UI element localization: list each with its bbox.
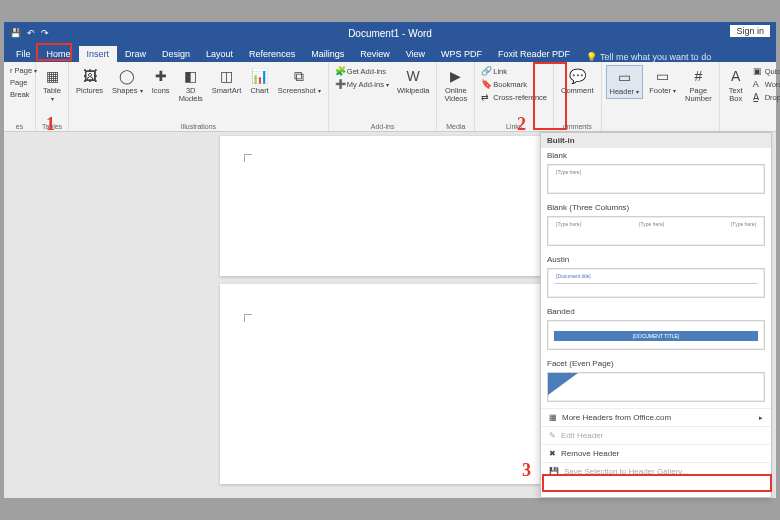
tab-mailings[interactable]: Mailings (303, 46, 352, 62)
header-option-three-columns[interactable]: [Type here] [Type here] [Type here] (547, 216, 765, 246)
drop-cap-button[interactable]: A̲Drop Cap ▾ (751, 91, 780, 103)
wordart-icon: A (753, 79, 763, 89)
header-dropdown: Built-in Blank [Type here] Blank (Three … (540, 132, 772, 498)
more-headers-button[interactable]: ▦More Headers from Office.com▸ (541, 408, 771, 426)
tab-draw[interactable]: Draw (117, 46, 154, 62)
header-option-facet-label: Facet (Even Page) (541, 356, 771, 370)
pictures-icon: 🖼 (81, 67, 99, 85)
smartart-icon: ◫ (218, 67, 236, 85)
tab-home[interactable]: Home (39, 46, 79, 62)
redo-icon[interactable]: ↷ (41, 28, 49, 38)
tell-me[interactable]: 💡 Tell me what you want to do (586, 52, 711, 62)
qat: 💾 ↶ ↷ (10, 28, 49, 38)
header-option-austin[interactable]: [Document title] (547, 268, 765, 298)
chart-button[interactable]: 📊Chart (247, 65, 271, 97)
quickparts-icon: ▣ (753, 66, 763, 76)
window-title: Document1 - Word (348, 28, 432, 39)
store-icon: 🧩 (335, 66, 345, 76)
wordart-button[interactable]: AWordArt ▾ (751, 78, 780, 90)
header-icon: ▭ (615, 68, 633, 86)
header-option-banded[interactable]: [DOCUMENT TITLE] (547, 320, 765, 350)
get-addins-button[interactable]: 🧩Get Add-ins (333, 65, 391, 77)
tab-insert[interactable]: Insert (79, 46, 118, 62)
cube-icon: ◧ (182, 67, 200, 85)
icons-button[interactable]: ✚Icons (149, 65, 173, 97)
sign-in-button[interactable]: Sign in (730, 25, 770, 37)
3d-models-button[interactable]: ◧3D Models (176, 65, 206, 106)
tab-review[interactable]: Review (352, 46, 398, 62)
tab-design[interactable]: Design (154, 46, 198, 62)
bookmark-icon: 🔖 (481, 79, 491, 89)
tab-view[interactable]: View (398, 46, 433, 62)
crossref-icon: ⇄ (481, 92, 491, 102)
textbox-icon: A (727, 67, 745, 85)
tab-file[interactable]: File (8, 46, 39, 62)
addins-icon: ➕ (335, 79, 345, 89)
title-bar: 💾 ↶ ↷ Document1 - Word Sign in (4, 22, 776, 44)
screenshot-icon: ⧉ (290, 67, 308, 85)
dropcap-icon: A̲ (753, 92, 763, 102)
header-option-facet[interactable] (547, 372, 765, 402)
quick-parts-button[interactable]: ▣Quick Parts ▾ (751, 65, 780, 77)
video-icon: ▶ (447, 67, 465, 85)
header-button[interactable]: ▭Header ▾ (606, 65, 644, 99)
footer-icon: ▭ (654, 67, 672, 85)
remove-header-button[interactable]: ✖Remove Header (541, 444, 771, 462)
table-icon: ▦ (43, 67, 61, 85)
page-break-button[interactable]: Break (8, 89, 31, 100)
header-option-banded-label: Banded (541, 304, 771, 318)
footer-button[interactable]: ▭Footer ▾ (646, 65, 679, 97)
smartart-button[interactable]: ◫SmartArt (209, 65, 245, 97)
cover-page-button[interactable]: r Page ▾ (8, 65, 31, 76)
wikipedia-button[interactable]: WWikipedia (394, 65, 433, 97)
my-addins-button[interactable]: ➕My Add-ins ▾ (333, 78, 391, 90)
tab-wpspdf[interactable]: WPS PDF (433, 46, 490, 62)
save-icon[interactable]: 💾 (10, 28, 21, 38)
screenshot-button[interactable]: ⧉Screenshot ▾ (275, 65, 324, 97)
pictures-button[interactable]: 🖼Pictures (73, 65, 106, 97)
text-box-button[interactable]: AText Box (724, 65, 748, 106)
save-gallery-icon: 💾 (549, 467, 559, 476)
shapes-button[interactable]: ◯Shapes ▾ (109, 65, 146, 97)
edit-icon: ✎ (549, 431, 556, 440)
edit-header-button[interactable]: ✎Edit Header (541, 426, 771, 444)
remove-icon: ✖ (549, 449, 556, 458)
dropdown-section-builtin: Built-in (541, 133, 771, 148)
comment-icon: 💬 (568, 67, 586, 85)
blank-page-button[interactable]: Page (8, 77, 31, 88)
page-2[interactable] (220, 284, 560, 484)
header-option-blank-label: Blank (541, 148, 771, 162)
tab-foxit[interactable]: Foxit Reader PDF (490, 46, 578, 62)
header-option-three-columns-label: Blank (Three Columns) (541, 200, 771, 214)
page-number-button[interactable]: #Page Number (682, 65, 715, 106)
bookmark-button[interactable]: 🔖Bookmark (479, 78, 549, 90)
wikipedia-icon: W (404, 67, 422, 85)
online-videos-button[interactable]: ▶Online Videos (441, 65, 470, 106)
shapes-icon: ◯ (118, 67, 136, 85)
office-icon: ▦ (549, 413, 557, 422)
page-1[interactable] (220, 136, 560, 276)
ribbon: r Page ▾ Page Break es ▦Table▾ Tables 🖼P… (4, 62, 776, 132)
header-option-blank[interactable]: [Type here] (547, 164, 765, 194)
undo-icon[interactable]: ↶ (27, 28, 35, 38)
tab-layout[interactable]: Layout (198, 46, 241, 62)
link-button[interactable]: 🔗Link (479, 65, 549, 77)
ribbon-tabs: File Home Insert Draw Design Layout Refe… (4, 44, 776, 62)
pagenum-icon: # (689, 67, 707, 85)
tab-references[interactable]: References (241, 46, 303, 62)
link-icon: 🔗 (481, 66, 491, 76)
icons-icon: ✚ (152, 67, 170, 85)
save-selection-button[interactable]: 💾Save Selection to Header Gallery... (541, 462, 771, 480)
header-option-austin-label: Austin (541, 252, 771, 266)
cross-reference-button[interactable]: ⇄Cross-reference (479, 91, 549, 103)
table-button[interactable]: ▦Table▾ (40, 65, 64, 106)
chart-icon: 📊 (251, 67, 269, 85)
comment-button[interactable]: 💬Comment (558, 65, 597, 97)
